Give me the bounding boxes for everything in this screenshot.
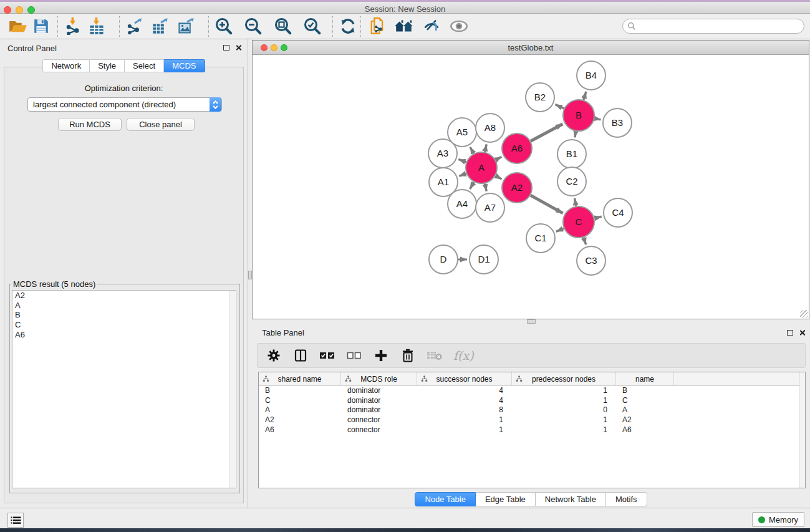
export-network-icon[interactable] <box>124 16 145 37</box>
select-all-icon[interactable] <box>319 347 335 364</box>
column-header-shared-name[interactable]: shared name <box>259 372 341 386</box>
edge-B-B3[interactable] <box>595 118 601 120</box>
tab-edge-table[interactable]: Edge Table <box>476 492 536 506</box>
node-C3[interactable]: C3 <box>577 246 605 275</box>
column-header-name[interactable]: name <box>616 372 674 386</box>
column-header-MCDS-role[interactable]: MCDS role <box>341 372 417 386</box>
graphics-details-icon[interactable] <box>421 16 442 37</box>
delete-row-icon[interactable] <box>400 347 416 364</box>
criterion-select[interactable]: largest connected component (directed) <box>27 97 222 112</box>
cell-successor-nodes[interactable]: 1 <box>417 425 512 435</box>
tab-motifs[interactable]: Motifs <box>606 492 647 506</box>
node-B[interactable]: B <box>563 100 594 131</box>
cell-successor-nodes[interactable]: 4 <box>417 386 512 396</box>
zoom-in-icon[interactable] <box>213 16 234 37</box>
cell-predecessor-nodes[interactable]: 1 <box>512 396 616 406</box>
node-A4[interactable]: A4 <box>448 190 476 218</box>
table-row[interactable]: Cdominator41C <box>259 396 805 406</box>
tab-style[interactable]: Style <box>90 59 125 72</box>
cell-name[interactable]: A2 <box>616 415 674 425</box>
panel-divider[interactable] <box>248 39 252 508</box>
import-network-icon[interactable] <box>62 16 84 37</box>
first-neighbors-icon[interactable] <box>393 16 415 37</box>
node-A[interactable]: A <box>466 152 497 183</box>
cell-name[interactable]: C <box>616 396 674 406</box>
cell-shared-name[interactable]: A <box>259 405 341 415</box>
edge-A-A5[interactable] <box>470 147 474 153</box>
cell-predecessor-nodes[interactable]: 1 <box>512 415 616 425</box>
zoom-fit-icon[interactable] <box>272 16 294 37</box>
node-B2[interactable]: B2 <box>526 83 554 112</box>
manage-columns-icon[interactable] <box>292 347 309 364</box>
network-titlebar[interactable]: testGlobe.txt <box>253 41 809 55</box>
table-row[interactable]: Bdominator41B <box>259 386 805 396</box>
function-builder-icon[interactable]: f(x) <box>453 349 474 362</box>
edge-B-B4[interactable] <box>584 92 586 100</box>
edge-B-B2[interactable] <box>555 104 564 109</box>
zoom-out-icon[interactable] <box>243 16 264 37</box>
cell-MCDS-role[interactable]: dominator <box>341 386 417 396</box>
edge-A-A3[interactable] <box>458 159 466 162</box>
node-C4[interactable]: C4 <box>604 198 632 227</box>
cell-predecessor-nodes[interactable]: 1 <box>512 386 616 396</box>
cell-successor-nodes[interactable]: 4 <box>417 396 512 406</box>
cell-name[interactable]: B <box>616 386 674 396</box>
edge-B-B1[interactable] <box>575 132 576 138</box>
table-row[interactable]: A2connector11A2 <box>259 415 805 425</box>
edge-C-C3[interactable] <box>584 238 586 245</box>
export-image-icon[interactable] <box>176 16 197 37</box>
mcds-result-list[interactable]: A2ABCA6 <box>12 290 236 488</box>
table-row[interactable]: A6connector11A6 <box>259 425 805 435</box>
column-header-predecessor-nodes[interactable]: predecessor nodes <box>512 372 616 386</box>
node-B3[interactable]: B3 <box>603 109 632 137</box>
hide-eye-icon[interactable] <box>448 16 470 37</box>
cell-MCDS-role[interactable]: connector <box>341 425 417 435</box>
node-table[interactable]: shared nameMCDS rolesuccessor nodesprede… <box>258 372 806 488</box>
network-from-selection-icon[interactable] <box>367 16 388 37</box>
cell-shared-name[interactable]: A6 <box>259 425 341 435</box>
result-item[interactable]: B <box>12 310 236 320</box>
network-graph[interactable]: AA6A2BCA5A8A3A1A4A7B2B4B3B1C2C4C1C3DD1 <box>253 55 809 319</box>
horizontal-divider-grabber[interactable] <box>527 319 536 324</box>
import-table-icon[interactable] <box>86 16 107 37</box>
edge-A-A1[interactable] <box>459 173 466 176</box>
edge-C-C1[interactable] <box>556 228 564 231</box>
result-item[interactable]: C <box>12 320 236 330</box>
task-history-button[interactable] <box>7 513 24 528</box>
deselect-all-icon[interactable] <box>346 347 362 364</box>
result-item[interactable]: A <box>12 301 236 311</box>
edge-A-A6[interactable] <box>496 157 502 160</box>
network-canvas[interactable]: AA6A2BCA5A8A3A1A4A7B2B4B3B1C2C4C1C3DD1 <box>253 55 809 319</box>
node-C2[interactable]: C2 <box>557 167 586 196</box>
zoom-selected-icon[interactable] <box>302 16 323 37</box>
edge-A6-B[interactable] <box>531 124 562 142</box>
node-B1[interactable]: B1 <box>557 140 586 168</box>
cell-predecessor-nodes[interactable]: 0 <box>512 405 616 415</box>
cell-shared-name[interactable]: B <box>259 386 341 396</box>
edge-A-A4[interactable] <box>470 182 474 189</box>
open-file-icon[interactable] <box>7 16 29 37</box>
node-D1[interactable]: D1 <box>470 245 498 274</box>
search-input[interactable] <box>636 21 804 32</box>
edge-C-C4[interactable] <box>594 216 601 218</box>
cell-successor-nodes[interactable]: 8 <box>417 405 512 415</box>
tab-mcds[interactable]: MCDS <box>164 59 205 72</box>
tab-network-table[interactable]: Network Table <box>536 492 606 506</box>
resize-handle-icon[interactable] <box>800 310 808 318</box>
export-table-icon[interactable] <box>150 16 171 37</box>
table-settings-gear-icon[interactable] <box>266 347 282 364</box>
delete-table-icon[interactable] <box>427 347 443 364</box>
cell-MCDS-role[interactable]: dominator <box>341 396 417 406</box>
cell-predecessor-nodes[interactable]: 1 <box>512 425 616 435</box>
node-D[interactable]: D <box>429 245 458 274</box>
memory-button[interactable]: Memory <box>752 512 804 527</box>
close-panel-icon[interactable] <box>235 44 242 51</box>
float-panel-icon[interactable] <box>223 45 229 51</box>
table-row[interactable]: Adominator80A <box>259 405 805 415</box>
close-table-panel-icon[interactable] <box>799 329 806 336</box>
tab-select[interactable]: Select <box>125 59 164 72</box>
cell-MCDS-role[interactable]: connector <box>341 415 417 425</box>
run-mcds-button[interactable]: Run MCDS <box>58 118 122 131</box>
table-scrollbar[interactable] <box>799 372 805 488</box>
node-C1[interactable]: C1 <box>526 224 555 253</box>
